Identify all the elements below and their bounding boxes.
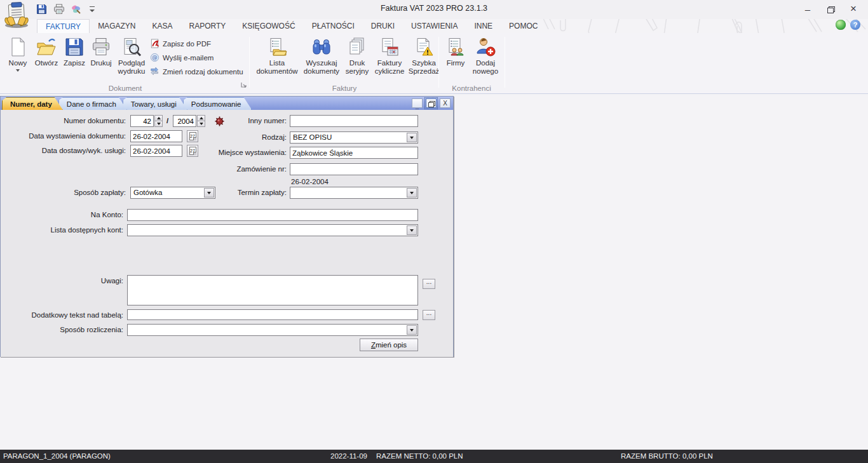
uwagi-textarea[interactable] — [127, 275, 418, 305]
document-year-spinner — [173, 115, 205, 127]
inny-numer-input[interactable] — [290, 115, 418, 127]
button-label: Zapisz do PDF — [163, 40, 211, 48]
tab-towary-uslugi[interactable]: Towary, usługi — [123, 97, 187, 110]
uwagi-ellipsis-button[interactable]: ... — [423, 279, 435, 289]
ribbon-tab-raporty[interactable]: RAPORTY — [180, 19, 234, 33]
ribbon-tab-bar: FAKTURY MAGAZYN KASA RAPORTY KSIĘGOWOŚĆ … — [0, 19, 868, 33]
termin-zaplaty-combobox[interactable] — [290, 187, 418, 199]
arrow-down-icon — [410, 137, 414, 139]
document-year-input[interactable] — [173, 115, 196, 127]
online-globe-icon[interactable] — [836, 20, 846, 30]
quick-settings-brush-icon[interactable] — [70, 3, 82, 15]
combo-value: Gotówka — [133, 189, 203, 196]
label-numer-dokumentu: Numer dokumentu: — [1, 117, 126, 124]
document-list-button[interactable]: Lista dokumentów — [254, 34, 301, 76]
companies-button[interactable]: Firmy — [442, 34, 469, 67]
new-document-button[interactable]: Nowy — [4, 34, 32, 72]
send-email-button[interactable]: @ Wyślij e-mailem — [147, 51, 246, 64]
quick-access-toolbar — [36, 3, 95, 15]
document-small-buttons: Zapisz do PDF @ Wyślij e-mailem Zmień ro… — [147, 37, 246, 77]
binoculars-icon — [311, 37, 332, 57]
calendar-button[interactable]: 27 — [187, 145, 198, 157]
button-label: Firmy — [447, 59, 465, 67]
document-list-icon — [267, 37, 287, 57]
combo-dropdown-button[interactable] — [407, 133, 417, 142]
calendar-button[interactable]: 27 — [187, 130, 198, 142]
status-brutto-total: RAZEM BRUTTO: 0,00 PLN — [621, 452, 713, 460]
add-new-contractor-button[interactable]: Dodaj nowego — [469, 34, 502, 76]
ribbon-tab-pomoc[interactable]: POMOC — [501, 19, 546, 33]
data-wystawienia-input[interactable] — [130, 130, 182, 142]
spin-up-button[interactable] — [197, 115, 205, 121]
ribbon-tab-ksiegowosc[interactable]: KSIĘGOWOŚĆ — [234, 19, 303, 33]
ribbon-group-faktury: Lista dokumentów Wyszukaj dokumenty — [251, 33, 438, 93]
label-inny-numer: Inny numer: — [210, 117, 287, 124]
document-tab-strip: Numer, daty Dane o firmach Towary, usług… — [1, 97, 453, 110]
na-konto-input[interactable] — [127, 209, 418, 221]
combo-dropdown-button[interactable] — [407, 188, 417, 198]
change-document-type-button[interactable]: Zmień rodzaj dokumentu — [147, 65, 246, 77]
tab-numer-daty[interactable]: Numer, daty — [2, 97, 63, 110]
lista-kont-combobox[interactable] — [127, 224, 418, 236]
quick-print-icon[interactable] — [53, 3, 65, 15]
recurring-invoices-button[interactable]: Faktury cykliczne — [372, 34, 407, 76]
ribbon-tab-druki[interactable]: DRUKI — [363, 19, 403, 33]
app-logo-icon[interactable] — [3, 1, 30, 29]
miejsce-wystawienia-input[interactable] — [290, 147, 418, 159]
save-document-button[interactable]: Zapisz — [61, 34, 88, 67]
sposob-zaplaty-combobox[interactable]: Gotówka — [130, 187, 215, 199]
spin-down-button[interactable] — [154, 121, 163, 127]
svg-text:@: @ — [152, 54, 157, 60]
tab-dane-o-firmach[interactable]: Dane o firmach — [58, 97, 127, 110]
ribbon-tab-kasa[interactable]: KASA — [144, 19, 180, 33]
print-document-button[interactable]: Drukuj — [88, 34, 114, 67]
quick-access-customize-button[interactable] — [90, 6, 95, 13]
invoice-form: Numer dokumentu: / — [1, 110, 453, 357]
tab-podsumowanie[interactable]: Podsumowanie — [183, 97, 252, 110]
print-preview-button[interactable]: Podgląd wydruku — [114, 34, 149, 76]
minimize-icon: – — [805, 4, 810, 15]
ribbon-tab-faktury[interactable]: FAKTURY — [37, 19, 90, 33]
help-icon[interactable]: ? — [850, 20, 860, 30]
spin-down-button[interactable] — [197, 121, 205, 127]
label-data-wystawienia: Data wystawienia dokumentu: — [1, 132, 126, 140]
rodzaj-combobox[interactable]: BEZ OPISU — [290, 131, 418, 144]
data-dostawy-input[interactable] — [130, 145, 182, 157]
button-label: Drukuj — [90, 59, 111, 67]
quick-save-icon[interactable] — [36, 3, 48, 15]
button-label: Wyszukaj dokumenty — [302, 59, 341, 76]
group-separator — [249, 37, 250, 88]
label-sposob-rozliczenia: Sposób rozliczenia: — [1, 326, 123, 333]
combo-dropdown-button[interactable] — [407, 325, 417, 335]
arrow-up-icon — [157, 117, 161, 119]
spin-up-button[interactable] — [154, 115, 163, 121]
ribbon-tab-magazyn[interactable]: MAGAZYN — [90, 19, 144, 33]
ribbon-tab-platnosci[interactable]: PŁATNOŚCI — [304, 19, 363, 33]
save-to-pdf-button[interactable]: Zapisz do PDF — [147, 37, 246, 50]
zmien-opis-button[interactable]: Zmień opis — [360, 339, 418, 351]
quick-sale-button[interactable]: Szybka Sprzedaż — [407, 34, 440, 76]
ribbon-tab-inne[interactable]: INNE — [466, 19, 501, 33]
combo-dropdown-button[interactable] — [407, 225, 417, 235]
open-document-button[interactable]: Otwórz — [32, 34, 61, 67]
serial-print-button[interactable]: Druk seryjny — [342, 34, 372, 76]
document-calendar-icon — [379, 37, 400, 57]
search-documents-button[interactable]: Wyszukaj dokumenty — [301, 34, 342, 76]
zamowienie-nr-input[interactable] — [290, 163, 418, 175]
number-separator: / — [166, 117, 168, 124]
doc-close-button[interactable]: X — [440, 98, 451, 108]
dodatkowy-tekst-ellipsis-button[interactable]: ... — [423, 310, 435, 320]
arrow-down-icon — [157, 123, 161, 125]
document-number-input[interactable] — [130, 115, 154, 127]
doc-minimize-button[interactable]: _ — [412, 98, 423, 108]
application-window: Faktura VAT 2023 PRO 23.1.3 – × ? FAKTUR… — [0, 0, 868, 463]
minimize-button[interactable]: – — [799, 3, 816, 15]
sposob-rozliczenia-combobox[interactable] — [127, 324, 418, 336]
close-button[interactable]: × — [845, 3, 862, 15]
restore-button[interactable] — [822, 3, 839, 15]
companies-list-icon — [445, 37, 466, 57]
ribbon-tab-ustawienia[interactable]: USTAWIENIA — [403, 19, 466, 33]
dodatkowy-tekst-input[interactable] — [127, 309, 418, 320]
calendar-page-icon: 27 — [189, 147, 196, 155]
doc-restore-button[interactable] — [426, 98, 437, 108]
